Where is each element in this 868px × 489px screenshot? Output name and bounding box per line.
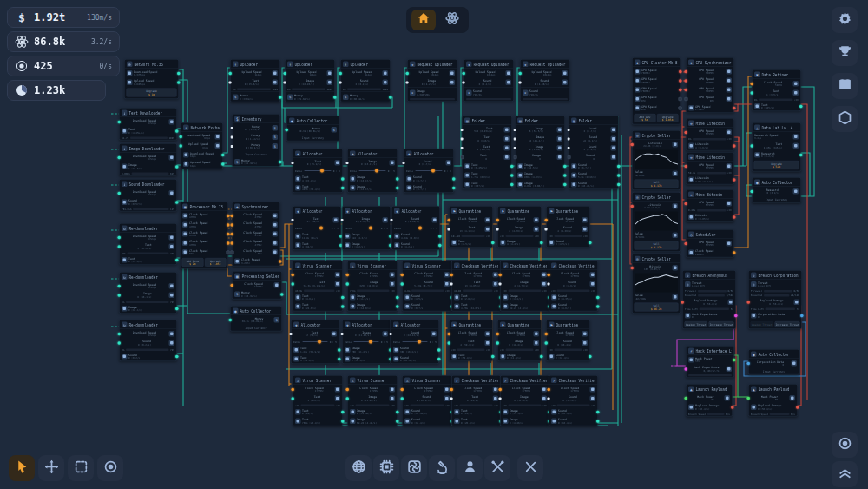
output-port[interactable] — [617, 165, 621, 169]
globe-button[interactable] — [345, 455, 372, 481]
input-port[interactable] — [496, 219, 500, 222]
input-port[interactable] — [229, 72, 233, 76]
output-port[interactable] — [175, 355, 179, 359]
input-port[interactable] — [514, 137, 516, 140]
node-virus-scanner[interactable]: ⚠Virus ScannerClock Speed175MHzImage0 [1… — [347, 375, 398, 426]
input-port[interactable] — [545, 219, 549, 222]
node-auto-collector[interactable]: ◉Auto CollectorMoney30.3k [86.8k/s]$Inpu… — [286, 116, 339, 142]
input-port[interactable] — [548, 388, 551, 392]
node-uploader[interactable]: ↑UploaderUpload Speed1kbpsText0 [15.6/s]… — [230, 59, 280, 102]
input-port[interactable] — [685, 165, 688, 169]
input-port[interactable] — [514, 129, 516, 131]
node-data-lab-lv-4[interactable]: △Data Lab Lv. 4Research Speed3.4/sText4.… — [752, 122, 801, 172]
output-port[interactable] — [796, 406, 799, 409]
output-port[interactable] — [177, 72, 181, 76]
output-port[interactable] — [679, 79, 682, 83]
output-port[interactable] — [510, 174, 514, 177]
input-port[interactable] — [499, 397, 502, 400]
node-crypto-seller[interactable]: ⊙Crypto SellerBitcoin165 [0.85/s]Value10… — [632, 254, 681, 314]
input-port[interactable] — [118, 294, 122, 297]
input-port[interactable] — [292, 282, 295, 286]
node-folder[interactable]: ▤FolderImage6 [54.5/s]Image+0 [41.4/s]Im… — [515, 116, 565, 189]
node-virus-scanner[interactable]: ⚠Virus ScannerClock Speed175MHzImage3256… — [347, 261, 398, 312]
input-port[interactable] — [118, 121, 122, 124]
upgrade-button[interactable]: Upgrade$ 1m — [127, 89, 177, 97]
input-port[interactable] — [496, 228, 499, 230]
input-port[interactable] — [548, 397, 550, 400]
node-network-mk-36[interactable]: ⊕Network Mk.36Download Speed1.37MbpsUplo… — [124, 59, 179, 99]
input-port[interactable] — [685, 97, 688, 101]
node-crypto-seller[interactable]: ⊙Crypto SellerLitecoin29.36 [9.6/s]Value… — [632, 130, 681, 190]
input-port[interactable] — [681, 301, 685, 304]
output-port[interactable] — [227, 241, 230, 245]
input-port[interactable] — [406, 81, 409, 83]
output-port[interactable] — [338, 358, 341, 361]
output-port[interactable] — [396, 177, 399, 181]
node-graph-canvas[interactable]: ⊕Network Mk.36Download Speed1.37MbpsUplo… — [0, 0, 868, 489]
input-port[interactable] — [346, 162, 349, 164]
input-port[interactable] — [747, 397, 751, 400]
input-port[interactable] — [448, 333, 451, 336]
output-port[interactable] — [491, 241, 495, 245]
output-port[interactable] — [563, 174, 567, 177]
upgrade-button[interactable]: Upgrade$ 1.05b — [657, 114, 679, 122]
output-port[interactable] — [679, 70, 682, 74]
collapse-button[interactable] — [832, 461, 858, 487]
input-port[interactable] — [514, 155, 517, 159]
ratio-slider[interactable]: Ratio0 : 5 — [391, 339, 439, 346]
output-port[interactable] — [227, 223, 230, 227]
input-port[interactable] — [284, 72, 287, 76]
input-port[interactable] — [346, 274, 350, 277]
fan-button[interactable] — [401, 455, 427, 481]
output-port[interactable] — [733, 107, 736, 110]
node-folder[interactable]: ▤FolderText540 [6.45k/s]Text+0 [943/s]Te… — [462, 116, 512, 189]
output-port[interactable] — [396, 187, 399, 190]
output-port[interactable] — [799, 154, 803, 157]
input-port[interactable] — [292, 274, 295, 277]
node-quarantine[interactable]: ⚑QuarantineClock Speed175MHzSound4 [4.26… — [546, 206, 590, 248]
output-port[interactable] — [617, 183, 621, 187]
microscope-button[interactable] — [429, 455, 455, 481]
output-port[interactable] — [438, 235, 442, 238]
input-port[interactable] — [685, 202, 688, 206]
output-port[interactable] — [280, 293, 284, 296]
ratio-slider[interactable]: Ratio0 : 5 — [392, 225, 440, 232]
input-port[interactable] — [339, 81, 342, 83]
node-quarantine[interactable]: ⚑QuarantineClock Speed175MHzImage4 [4.76… — [497, 206, 542, 248]
output-port[interactable] — [510, 183, 514, 187]
ratio-slider[interactable]: Ratio0 : 5 — [293, 168, 343, 175]
output-port[interactable] — [452, 177, 456, 181]
input-port[interactable] — [568, 129, 570, 131]
output-port[interactable] — [341, 305, 345, 308]
input-port[interactable] — [631, 205, 635, 208]
output-port[interactable] — [679, 97, 682, 101]
input-port[interactable] — [461, 137, 464, 140]
output-port[interactable] — [452, 187, 456, 190]
output-port[interactable] — [221, 162, 225, 166]
input-port[interactable] — [685, 397, 688, 400]
input-port[interactable] — [747, 301, 751, 304]
output-port[interactable] — [734, 314, 738, 318]
add-core-button[interactable]: Add Core$ 2m — [182, 258, 204, 267]
node-auto-collector[interactable]: ◉Auto CollectorCorporation Data0Input Cu… — [748, 349, 799, 375]
input-port[interactable] — [401, 388, 404, 392]
node-launch-payload[interactable]: ▲Launch PayloadHack Power55Payload Damag… — [686, 384, 733, 417]
node-allocator[interactable]: ◈AllocatorImage0 [13.17/s]Ratio0 : 5Imag… — [347, 149, 398, 193]
input-port[interactable] — [401, 397, 404, 400]
input-port[interactable] — [499, 388, 503, 392]
output-port[interactable] — [177, 81, 181, 84]
output-port[interactable] — [799, 105, 803, 109]
input-port[interactable] — [568, 155, 571, 159]
output-port[interactable] — [679, 89, 682, 92]
sell-button[interactable]: Sell$ 46.2b — [635, 303, 679, 312]
node-auto-collector[interactable]: ◉Auto CollectorMoney30.3k [86.8k/s]$Inpu… — [230, 306, 282, 332]
increase-threat-button[interactable]: Increase Threat — [774, 321, 799, 327]
input-port[interactable] — [231, 223, 234, 227]
input-port[interactable] — [450, 397, 453, 400]
upgrade-button[interactable]: Upgrade$ 1.05t — [205, 258, 227, 267]
input-port[interactable] — [461, 129, 464, 131]
input-port[interactable] — [751, 83, 754, 86]
input-port[interactable] — [499, 274, 503, 277]
output-port[interactable] — [733, 359, 736, 362]
person-button[interactable] — [457, 455, 483, 481]
